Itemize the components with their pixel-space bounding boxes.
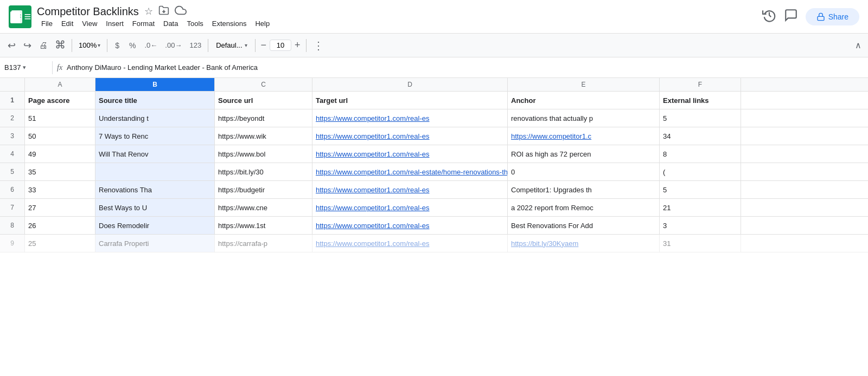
cell-f[interactable]: 34 <box>660 127 741 145</box>
cell-a[interactable]: 25 <box>25 235 95 252</box>
zoom-selector[interactable]: 100% ▾ <box>75 39 104 51</box>
folder-move-icon[interactable] <box>158 5 169 18</box>
cell-b[interactable]: 7 Ways to Renc <box>95 127 215 145</box>
row-number[interactable]: 8 <box>0 217 25 234</box>
row-number[interactable]: 7 <box>0 199 25 216</box>
menu-edit[interactable]: Edit <box>57 18 78 29</box>
cell-d[interactable]: https://www.competitor1.com/real-es <box>312 235 508 252</box>
menu-data[interactable]: Data <box>159 18 182 29</box>
cell-d[interactable]: https://www.competitor1.com/real-es <box>312 109 508 127</box>
print-button[interactable]: 🖨 <box>36 38 51 53</box>
menu-tools[interactable]: Tools <box>182 18 207 29</box>
cloud-icon[interactable] <box>175 4 187 18</box>
decimal-decrease-button[interactable]: .0← <box>142 39 161 51</box>
cell-d[interactable]: https://www.competitor1.com/real-estate/… <box>312 163 508 180</box>
star-icon[interactable]: ☆ <box>144 5 153 17</box>
cell-a[interactable]: 51 <box>25 109 95 127</box>
cell-a[interactable]: 26 <box>25 217 95 234</box>
cell-b[interactable]: Will That Renov <box>95 145 215 163</box>
share-button[interactable]: Share <box>806 8 859 25</box>
decimal-increase-button[interactable]: .00→ <box>162 39 185 51</box>
cell-c[interactable]: https://budgetir <box>215 181 312 198</box>
row-number[interactable]: 2 <box>0 109 25 127</box>
cell-b[interactable]: Does Remodelir <box>95 217 215 234</box>
col-header-d[interactable]: D <box>312 78 508 91</box>
menu-extensions[interactable]: Extensions <box>208 18 251 29</box>
number-format-button[interactable]: 123 <box>186 39 205 51</box>
cell-f[interactable]: External links <box>660 92 741 109</box>
cell-b[interactable]: Understanding t <box>95 109 215 127</box>
cell-e[interactable]: Best Renovations For Add <box>508 217 660 234</box>
cell-d[interactable]: https://www.competitor1.com/real-es <box>312 127 508 145</box>
cell-f[interactable]: 3 <box>660 217 741 234</box>
cell-e[interactable]: ROI as high as 72 percen <box>508 145 660 163</box>
cell-reference-area[interactable]: B137 ▾ <box>4 63 48 72</box>
cell-f[interactable]: 5 <box>660 109 741 127</box>
cell-b[interactable]: Carrafa Properti <box>95 235 215 252</box>
cell-d[interactable]: https://www.competitor1.com/real-es <box>312 181 508 198</box>
comments-icon[interactable] <box>784 8 798 25</box>
cell-b[interactable] <box>95 163 215 180</box>
cell-b[interactable]: Source title <box>95 92 215 109</box>
cell-e[interactable]: renovations that actually p <box>508 109 660 127</box>
cell-c[interactable]: https://bit.ly/30 <box>215 163 312 180</box>
row-number[interactable]: 4 <box>0 145 25 163</box>
cell-e[interactable]: 0 <box>508 163 660 180</box>
cell-a[interactable]: Page ascore <box>25 92 95 109</box>
cell-a[interactable]: 50 <box>25 127 95 145</box>
menu-view[interactable]: View <box>78 18 101 29</box>
cell-d[interactable]: Target url <box>312 92 508 109</box>
menu-help[interactable]: Help <box>251 18 274 29</box>
cell-b[interactable]: Renovations Tha <box>95 181 215 198</box>
cell-f[interactable]: 5 <box>660 181 741 198</box>
percent-button[interactable]: % <box>125 39 140 52</box>
cell-d[interactable]: https://www.competitor1.com/real-es <box>312 199 508 216</box>
col-header-f[interactable]: F <box>660 78 741 91</box>
row-number[interactable]: 6 <box>0 181 25 198</box>
cell-f[interactable]: 8 <box>660 145 741 163</box>
more-options-button[interactable]: ⋮ <box>310 38 327 53</box>
undo-button[interactable]: ↩ <box>4 37 19 54</box>
menu-insert[interactable]: Insert <box>101 18 128 29</box>
font-format-selector[interactable]: Defaul... ▾ <box>212 39 251 51</box>
paint-format-button[interactable] <box>52 37 68 54</box>
col-header-b[interactable]: B <box>95 78 215 91</box>
cell-f[interactable]: 31 <box>660 235 741 252</box>
row-number[interactable]: 1 <box>0 92 25 109</box>
col-header-a[interactable]: A <box>25 78 95 91</box>
font-size-increase-button[interactable]: + <box>292 38 303 52</box>
cell-c[interactable]: https://beyondt <box>215 109 312 127</box>
cell-f[interactable]: 21 <box>660 199 741 216</box>
cell-c[interactable]: https://www.cne <box>215 199 312 216</box>
row-number[interactable]: 9 <box>0 235 25 252</box>
font-size-decrease-button[interactable]: − <box>259 38 269 52</box>
row-number[interactable]: 5 <box>0 163 25 180</box>
cell-e[interactable]: Competitor1: Upgrades th <box>508 181 660 198</box>
cell-e[interactable]: https://bit.ly/30Kyaem <box>508 235 660 252</box>
redo-button[interactable]: ↪ <box>20 37 35 54</box>
cell-d[interactable]: https://www.competitor1.com/real-es <box>312 217 508 234</box>
cell-f[interactable]: ( <box>660 163 741 180</box>
cell-c[interactable]: https://www.wik <box>215 127 312 145</box>
row-number[interactable]: 3 <box>0 127 25 145</box>
col-header-e[interactable]: E <box>508 78 660 91</box>
cell-e[interactable]: https://www.competitor1.c <box>508 127 660 145</box>
cell-a[interactable]: 27 <box>25 199 95 216</box>
currency-button[interactable]: $ <box>111 39 124 52</box>
cell-c[interactable]: Source url <box>215 92 312 109</box>
cell-ref-dropdown-icon[interactable]: ▾ <box>23 64 26 71</box>
cell-a[interactable]: 33 <box>25 181 95 198</box>
history-icon[interactable] <box>762 8 776 25</box>
col-header-c[interactable]: C <box>215 78 312 91</box>
cell-e[interactable]: Anchor <box>508 92 660 109</box>
cell-d[interactable]: https://www.competitor1.com/real-es <box>312 145 508 163</box>
menu-file[interactable]: File <box>37 18 57 29</box>
cell-c[interactable]: https://carrafa-p <box>215 235 312 252</box>
cell-a[interactable]: 49 <box>25 145 95 163</box>
cell-e[interactable]: a 2022 report from Remoc <box>508 199 660 216</box>
cell-a[interactable]: 35 <box>25 163 95 180</box>
cell-c[interactable]: https://www.bol <box>215 145 312 163</box>
cell-c[interactable]: https://www.1st <box>215 217 312 234</box>
cell-b[interactable]: Best Ways to U <box>95 199 215 216</box>
font-size-input[interactable]: 10 <box>270 40 291 51</box>
